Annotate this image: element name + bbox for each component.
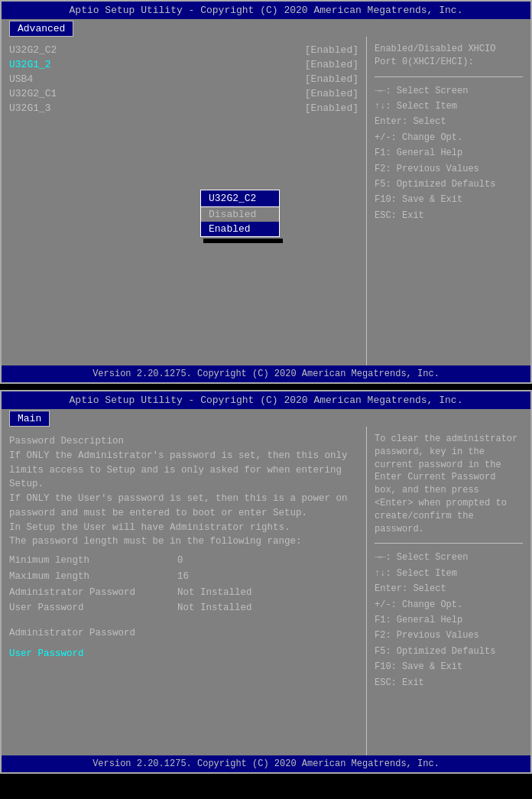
user-password-action[interactable]: User Password	[9, 647, 358, 661]
row-u32g1-2[interactable]: U32G1_2 [Enabled]	[9, 59, 358, 70]
tab-advanced[interactable]: Advanced	[9, 21, 73, 37]
tab-main[interactable]: Main	[9, 411, 50, 427]
screen2-tab-row: Main	[2, 409, 530, 427]
dropdown-item-disabled[interactable]: Disabled	[201, 207, 279, 222]
screens-separator	[0, 384, 532, 390]
screen1-shortcuts: →←: Select Screen ↑↓: Select Item Enter:…	[375, 83, 523, 224]
screen2-shortcuts: →←: Select Screen ↑↓: Select Item Enter:…	[375, 550, 523, 690]
pwd-desc-line5: password and must be entered to boot or …	[9, 506, 358, 521]
pwd-user-value: Not Installed	[177, 601, 252, 615]
shortcut-f2: F2: Previous Values	[375, 161, 523, 177]
screen1-bottombar: Version 2.20.1275. Copyright (C) 2020 Am…	[2, 365, 530, 382]
screen1-main: U32G2_C2 [Enabled] U32G1_2 [Enabled] USB…	[2, 37, 530, 365]
pwd-desc-line3: Setup.	[9, 477, 358, 492]
value-u32g2c1: [Enabled]	[305, 88, 358, 99]
pwd-user-label: User Password	[9, 601, 177, 615]
label-u32g2c1: U32G2_C1	[9, 88, 57, 99]
screen1-topbar: Aptio Setup Utility - Copyright (C) 2020…	[2, 2, 530, 19]
value-u32g2c2: [Enabled]	[305, 44, 358, 56]
shortcut-f10: F10: Save & Exit	[375, 192, 523, 207]
shortcut-esc: ESC: Exit	[375, 208, 523, 223]
dropdown-u32g2c2: U32G2_C2 Disabled Enabled	[200, 190, 280, 243]
shortcut-change: +/-: Change Opt.	[375, 130, 523, 145]
label-usb4: USB4	[9, 73, 33, 85]
dropdown-title: U32G2_C2	[200, 190, 280, 207]
pwd-desc-line1: If ONLY the Administrator's password is …	[9, 449, 358, 463]
pwd-min-length-row: Minimum length 0	[9, 554, 358, 568]
label-u32g1-2[interactable]: U32G1_2	[9, 59, 51, 70]
pwd-max-length-value: 16	[177, 570, 189, 584]
screen2-divider	[375, 543, 523, 544]
screen1: Aptio Setup Utility - Copyright (C) 2020…	[0, 0, 532, 384]
pwd-description-section: Password Description If ONLY the Adminis…	[9, 434, 358, 549]
pwd-admin-row: Administrator Password Not Installed	[9, 586, 358, 600]
screen2-help-text: To clear the administrator password, key…	[375, 433, 523, 535]
label-u32g1-3: U32G1_3	[9, 102, 51, 114]
shortcut-select-screen: →←: Select Screen	[375, 83, 523, 99]
s2-shortcut-f10: F10: Save & Exit	[375, 659, 523, 674]
pwd-desc-title: Password Description	[9, 434, 358, 449]
pwd-admin-label: Administrator Password	[9, 586, 177, 600]
row-u32g1-3: U32G1_3 [Enabled]	[9, 102, 358, 114]
pwd-desc-line4: If ONLY the User's password is set, then…	[9, 492, 358, 506]
s2-shortcut-enter: Enter: Select	[375, 581, 523, 596]
screen1-help-text: Enabled/Disabled XHCIO Port 0(XHCI/EHCI)…	[375, 43, 523, 69]
s2-shortcut-f2: F2: Previous Values	[375, 628, 523, 643]
value-usb4: [Enabled]	[305, 73, 358, 85]
dropdown-body: Disabled Enabled	[200, 207, 280, 237]
screen2-main: Password Description If ONLY the Adminis…	[2, 427, 530, 755]
shortcut-select-item: ↑↓: Select Item	[375, 99, 523, 114]
s2-shortcut-select-screen: →←: Select Screen	[375, 550, 523, 565]
shortcut-enter: Enter: Select	[375, 114, 523, 129]
screen1-left: U32G2_C2 [Enabled] U32G1_2 [Enabled] USB…	[2, 37, 366, 365]
value-u32g1-2: [Enabled]	[305, 59, 358, 70]
screen2-bottombar: Version 2.20.1275. Copyright (C) 2020 Am…	[2, 755, 530, 772]
pwd-user-row: User Password Not Installed	[9, 601, 358, 615]
dropdown-item-enabled[interactable]: Enabled	[201, 222, 279, 236]
screen2: Aptio Setup Utility - Copyright (C) 2020…	[0, 390, 532, 774]
shortcut-f1: F1: General Help	[375, 145, 523, 161]
s2-shortcut-f5: F5: Optimized Defaults	[375, 644, 523, 659]
row-u32g2c2: U32G2_C2 [Enabled]	[9, 44, 358, 56]
pwd-desc-line2: limits access to Setup and is only asked…	[9, 463, 358, 478]
shortcut-f5: F5: Optimized Defaults	[375, 177, 523, 192]
screen2-topbar: Aptio Setup Utility - Copyright (C) 2020…	[2, 391, 530, 409]
label-u32g2c2: U32G2_C2	[9, 44, 57, 56]
s2-shortcut-esc: ESC: Exit	[375, 675, 523, 690]
screen1-right: Enabled/Disabled XHCIO Port 0(XHCI/EHCI)…	[366, 37, 530, 365]
admin-password-action[interactable]: Administrator Password	[9, 626, 358, 641]
row-u32g2c1: U32G2_C1 [Enabled]	[9, 88, 358, 99]
row-usb4: USB4 [Enabled]	[9, 73, 358, 85]
pwd-desc-line7: The password length must be in the follo…	[9, 534, 358, 549]
pwd-max-length-label: Maximum length	[9, 570, 177, 584]
pwd-min-length-label: Minimum length	[9, 554, 177, 568]
s2-shortcut-select-item: ↑↓: Select Item	[375, 566, 523, 581]
screen1-tab-row: Advanced	[2, 19, 530, 37]
pwd-max-length-row: Maximum length 16	[9, 570, 358, 584]
screen1-divider	[375, 76, 523, 77]
screen2-right: To clear the administrator password, key…	[366, 427, 530, 755]
pwd-admin-value: Not Installed	[177, 586, 252, 600]
pwd-min-length-value: 0	[177, 554, 183, 568]
pwd-desc-line6: In Setup the User will have Administrato…	[9, 521, 358, 535]
screen2-left: Password Description If ONLY the Adminis…	[2, 427, 366, 755]
s2-shortcut-change: +/-: Change Opt.	[375, 597, 523, 612]
value-u32g1-3: [Enabled]	[305, 102, 358, 114]
s2-shortcut-f1: F1: General Help	[375, 612, 523, 628]
